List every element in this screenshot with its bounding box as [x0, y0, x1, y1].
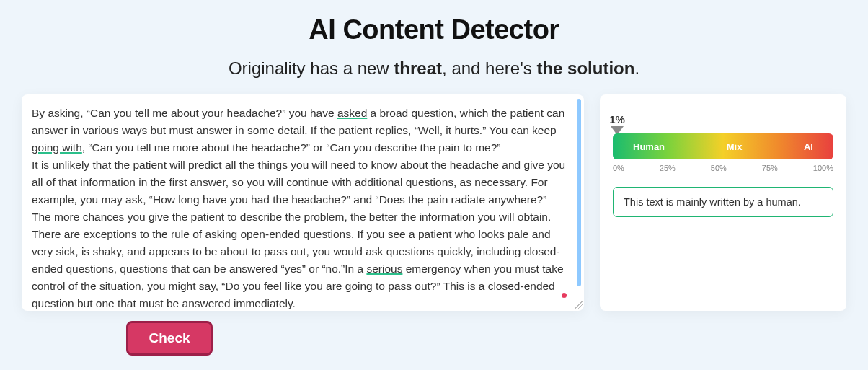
gauge-ticks: 0% 25% 50% 75% 100% — [613, 164, 833, 172]
page-title: AI Content Detector — [309, 14, 559, 45]
gauge-bar: Human Mix AI — [613, 133, 833, 159]
gauge-label-human: Human — [633, 141, 665, 152]
gauge-label-ai: AI — [804, 141, 813, 152]
input-column: By asking, “Can you tell me about your h… — [22, 94, 584, 356]
tick: 0% — [613, 164, 624, 172]
recording-dot-icon — [562, 293, 567, 298]
page: AI Content Detector Originality has a ne… — [0, 0, 868, 370]
content-textarea[interactable]: By asking, “Can you tell me about your h… — [22, 94, 584, 311]
gauge: 1% Human Mix AI 0% 25% 50% 75% 100% — [613, 133, 833, 172]
gauge-label-mix: Mix — [727, 141, 743, 152]
work-area: By asking, “Can you tell me about your h… — [0, 94, 868, 356]
tick: 50% — [711, 164, 727, 172]
tick: 25% — [660, 164, 676, 172]
textarea-wrap: By asking, “Can you tell me about your h… — [22, 94, 584, 311]
tick: 75% — [762, 164, 778, 172]
verdict-box: This text is mainly written by a human. — [613, 187, 833, 217]
result-panel: 1% Human Mix AI 0% 25% 50% 75% 100% This… — [600, 94, 846, 311]
resize-grip-icon[interactable] — [574, 301, 583, 309]
page-subtitle: Originality has a new threat, and here's… — [229, 58, 639, 79]
tick: 100% — [813, 164, 833, 172]
check-button[interactable]: Check — [126, 321, 212, 356]
scrollbar[interactable] — [577, 99, 581, 286]
percent-label: 1% — [609, 113, 625, 125]
